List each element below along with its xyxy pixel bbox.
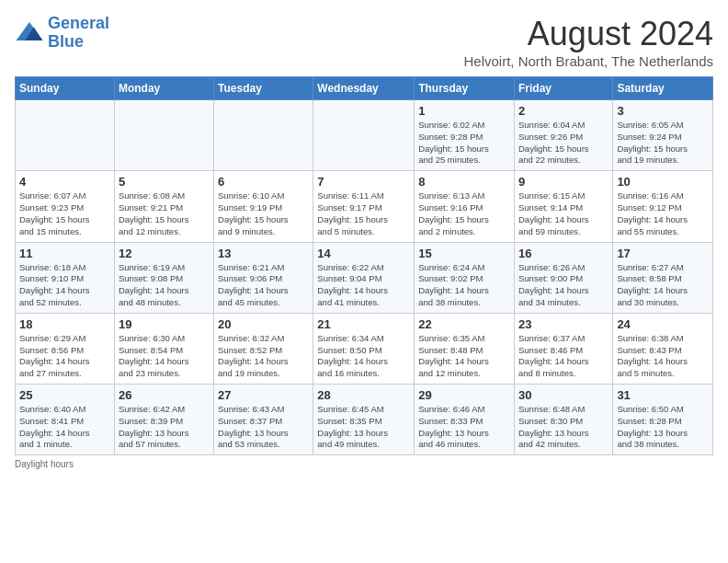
day-number: 15 [418,247,510,260]
day-info: Sunrise: 6:32 AM Sunset: 8:52 PM Dayligh… [218,333,309,380]
calendar-cell: 17Sunrise: 6:27 AM Sunset: 8:58 PM Dayli… [613,242,713,313]
day-info: Sunrise: 6:26 AM Sunset: 9:00 PM Dayligh… [518,262,609,309]
calendar-cell: 5Sunrise: 6:08 AM Sunset: 9:21 PM Daylig… [114,171,213,242]
calendar-cell: 9Sunrise: 6:15 AM Sunset: 9:14 PM Daylig… [514,171,612,242]
day-info: Sunrise: 6:43 AM Sunset: 8:37 PM Dayligh… [218,404,309,451]
calendar-week-row: 18Sunrise: 6:29 AM Sunset: 8:56 PM Dayli… [16,313,713,384]
calendar-cell: 18Sunrise: 6:29 AM Sunset: 8:56 PM Dayli… [16,313,115,384]
calendar-cell [114,100,213,171]
calendar-cell: 4Sunrise: 6:07 AM Sunset: 9:23 PM Daylig… [16,171,115,242]
day-info: Sunrise: 6:50 AM Sunset: 8:28 PM Dayligh… [617,404,709,451]
day-info: Sunrise: 6:02 AM Sunset: 9:28 PM Dayligh… [418,120,510,167]
calendar-cell: 13Sunrise: 6:21 AM Sunset: 9:06 PM Dayli… [214,242,313,313]
title-block: August 2024 Helvoirt, North Brabant, The… [463,15,713,69]
day-number: 9 [518,175,609,189]
day-number: 10 [617,175,709,189]
day-number: 12 [119,247,210,260]
day-number: 4 [19,175,110,189]
day-info: Sunrise: 6:45 AM Sunset: 8:35 PM Dayligh… [317,404,410,451]
day-info: Sunrise: 6:48 AM Sunset: 8:30 PM Dayligh… [518,404,609,451]
day-info: Sunrise: 6:13 AM Sunset: 9:16 PM Dayligh… [418,190,510,237]
calendar-cell: 29Sunrise: 6:46 AM Sunset: 8:33 PM Dayli… [415,385,515,455]
page-header: General Blue August 2024 Helvoirt, North… [15,15,713,69]
calendar-week-row: 25Sunrise: 6:40 AM Sunset: 8:41 PM Dayli… [16,385,713,455]
day-number: 30 [518,388,609,402]
calendar-cell: 28Sunrise: 6:45 AM Sunset: 8:35 PM Dayli… [313,385,415,455]
day-number: 20 [218,317,309,331]
day-info: Sunrise: 6:34 AM Sunset: 8:50 PM Dayligh… [317,333,410,380]
day-info: Sunrise: 6:35 AM Sunset: 8:48 PM Dayligh… [418,333,510,380]
header-thursday: Thursday [415,77,515,100]
calendar-cell: 2Sunrise: 6:04 AM Sunset: 9:26 PM Daylig… [514,100,612,171]
day-number: 5 [119,175,210,189]
day-info: Sunrise: 6:29 AM Sunset: 8:56 PM Dayligh… [19,333,110,380]
day-info: Sunrise: 6:15 AM Sunset: 9:14 PM Dayligh… [518,190,609,237]
calendar-cell: 8Sunrise: 6:13 AM Sunset: 9:16 PM Daylig… [415,171,515,242]
calendar-cell: 25Sunrise: 6:40 AM Sunset: 8:41 PM Dayli… [16,385,115,455]
day-info: Sunrise: 6:11 AM Sunset: 9:17 PM Dayligh… [317,190,410,237]
calendar-week-row: 4Sunrise: 6:07 AM Sunset: 9:23 PM Daylig… [16,171,713,242]
day-number: 1 [418,104,510,118]
calendar-cell: 23Sunrise: 6:37 AM Sunset: 8:46 PM Dayli… [514,313,612,384]
day-info: Sunrise: 6:24 AM Sunset: 9:02 PM Dayligh… [418,262,510,309]
day-number: 22 [418,317,510,331]
calendar-cell: 15Sunrise: 6:24 AM Sunset: 9:02 PM Dayli… [415,242,515,313]
header-sunday: Sunday [16,77,115,100]
calendar-cell: 1Sunrise: 6:02 AM Sunset: 9:28 PM Daylig… [415,100,515,171]
day-info: Sunrise: 6:38 AM Sunset: 8:43 PM Dayligh… [617,333,709,380]
day-number: 3 [617,104,709,118]
day-number: 11 [19,247,110,260]
day-number: 17 [617,247,709,260]
day-info: Sunrise: 6:07 AM Sunset: 9:23 PM Dayligh… [19,190,110,237]
day-number: 31 [617,388,709,402]
calendar-cell: 12Sunrise: 6:19 AM Sunset: 9:08 PM Dayli… [114,242,213,313]
day-info: Sunrise: 6:46 AM Sunset: 8:33 PM Dayligh… [418,404,510,451]
day-info: Sunrise: 6:37 AM Sunset: 8:46 PM Dayligh… [518,333,609,380]
logo-line2: Blue [48,32,84,51]
day-info: Sunrise: 6:16 AM Sunset: 9:12 PM Dayligh… [617,190,709,237]
footer-note: Daylight hours [15,459,713,469]
day-number: 14 [317,247,410,260]
calendar-week-row: 11Sunrise: 6:18 AM Sunset: 9:10 PM Dayli… [16,242,713,313]
footer-text: Daylight hours [15,459,74,469]
calendar-cell: 6Sunrise: 6:10 AM Sunset: 9:19 PM Daylig… [214,171,313,242]
calendar-cell: 22Sunrise: 6:35 AM Sunset: 8:48 PM Dayli… [415,313,515,384]
calendar-cell: 24Sunrise: 6:38 AM Sunset: 8:43 PM Dayli… [613,313,713,384]
day-number: 6 [218,175,309,189]
day-number: 16 [518,247,609,260]
logo-text: General Blue [48,15,109,52]
day-info: Sunrise: 6:04 AM Sunset: 9:26 PM Dayligh… [518,120,609,167]
day-number: 8 [418,175,510,189]
logo-line1: General [48,14,109,32]
day-number: 26 [119,388,210,402]
calendar-cell [16,100,115,171]
day-info: Sunrise: 6:40 AM Sunset: 8:41 PM Dayligh… [19,404,110,451]
day-info: Sunrise: 6:21 AM Sunset: 9:06 PM Dayligh… [218,262,309,309]
calendar-cell: 30Sunrise: 6:48 AM Sunset: 8:30 PM Dayli… [514,385,612,455]
calendar-cell: 20Sunrise: 6:32 AM Sunset: 8:52 PM Dayli… [214,313,313,384]
day-info: Sunrise: 6:19 AM Sunset: 9:08 PM Dayligh… [119,262,210,309]
calendar-cell: 19Sunrise: 6:30 AM Sunset: 8:54 PM Dayli… [114,313,213,384]
calendar-cell: 11Sunrise: 6:18 AM Sunset: 9:10 PM Dayli… [16,242,115,313]
day-number: 28 [317,388,410,402]
calendar-week-row: 1Sunrise: 6:02 AM Sunset: 9:28 PM Daylig… [16,100,713,171]
month-title: August 2024 [463,15,713,53]
calendar-cell [214,100,313,171]
day-info: Sunrise: 6:10 AM Sunset: 9:19 PM Dayligh… [218,190,309,237]
calendar-cell: 3Sunrise: 6:05 AM Sunset: 9:24 PM Daylig… [613,100,713,171]
calendar-cell: 21Sunrise: 6:34 AM Sunset: 8:50 PM Dayli… [313,313,415,384]
calendar-cell: 14Sunrise: 6:22 AM Sunset: 9:04 PM Dayli… [313,242,415,313]
day-info: Sunrise: 6:08 AM Sunset: 9:21 PM Dayligh… [119,190,210,237]
day-info: Sunrise: 6:42 AM Sunset: 8:39 PM Dayligh… [119,404,210,451]
day-number: 24 [617,317,709,331]
header-saturday: Saturday [613,77,713,100]
day-info: Sunrise: 6:05 AM Sunset: 9:24 PM Dayligh… [617,120,709,167]
location-subtitle: Helvoirt, North Brabant, The Netherlands [463,53,713,69]
calendar-cell [313,100,415,171]
logo: General Blue [15,15,109,52]
day-number: 2 [518,104,609,118]
calendar-cell: 16Sunrise: 6:26 AM Sunset: 9:00 PM Dayli… [514,242,612,313]
day-number: 18 [19,317,110,331]
calendar-cell: 7Sunrise: 6:11 AM Sunset: 9:17 PM Daylig… [313,171,415,242]
header-tuesday: Tuesday [214,77,313,100]
